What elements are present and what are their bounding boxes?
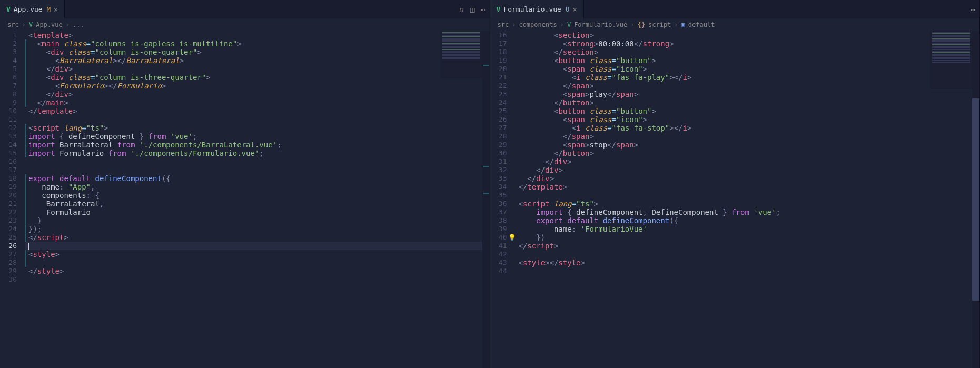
tab-formulario-vue[interactable]: V Formulario.vue U × [490,0,584,18]
code-line[interactable]: }); [25,225,490,233]
code-line[interactable]: </script> [25,233,490,242]
code-line[interactable]: <span class="icon"> [516,65,980,73]
code-editor[interactable]: 1234567891011121314151617181920212223242… [0,31,490,368]
code-line[interactable] [516,191,980,200]
breadcrumb-item[interactable]: ... [73,21,84,28]
vertical-scrollbar[interactable] [972,31,979,368]
vue-icon: V [29,21,33,28]
compare-changes-icon[interactable]: ⇆ [459,5,463,14]
code-line[interactable]: </div> [25,65,490,73]
breadcrumb[interactable]: src › V App.vue › ... [0,18,490,31]
code-line[interactable]: </div> [516,166,980,174]
code-line[interactable]: </span> [516,82,980,90]
code-line[interactable]: <Formulario></Formulario> [25,82,490,90]
breadcrumb-item[interactable]: App.vue [36,21,63,28]
code-line[interactable]: import Formulario from './components/For… [25,149,490,157]
code-line[interactable]: <script lang="ts"> [516,200,980,208]
code-line[interactable] [25,157,490,166]
code-editor[interactable]: 1617181920212223242526272829303132333435… [490,31,980,368]
symbol-brackets-icon: {} [638,21,645,28]
tab-bar: V App.vue M × ⇆ ◫ ⋯ [0,0,490,18]
code-line[interactable]: <i class="fas fa-stop"></i> [516,124,980,132]
code-line[interactable]: <div class="column is-three-quarter"> [25,73,490,82]
minimap[interactable] [930,31,972,89]
split-editor-icon[interactable]: ◫ [470,5,474,14]
code-line[interactable]: name: "App", [25,183,490,191]
git-status-modified: M [47,6,51,13]
code-line[interactable]: <span>play</span> [516,90,980,98]
code-line[interactable]: Formulario [25,208,490,216]
code-line[interactable]: </template> [25,107,490,115]
code-line[interactable]: </script> [516,242,980,250]
code-line[interactable]: <main class="columns is-gapless is-multi… [25,39,490,48]
code-area[interactable]: <template> <main class="columns is-gaple… [25,31,490,368]
code-line[interactable] [25,242,490,250]
breadcrumb-item[interactable]: src [498,21,509,28]
line-number-gutter: 1234567891011121314151617181920212223242… [0,31,25,368]
code-line[interactable]: </div> [25,90,490,98]
chevron-right-icon: › [560,21,564,28]
minimap[interactable] [440,31,482,78]
line-number-gutter: 1617181920212223242526272829303132333435… [490,31,516,368]
code-line[interactable]: </button> [516,149,980,157]
code-line[interactable]: </style> [25,267,490,275]
code-line[interactable]: <template> [25,31,490,39]
vue-icon: V [497,5,501,13]
vertical-scrollbar[interactable] [482,31,490,368]
code-line[interactable]: import BarraLateral from './components/B… [25,141,490,149]
breadcrumb-item[interactable]: Formulario.vue [574,21,627,28]
tab-bar: V Formulario.vue U × ⋯ [490,0,980,18]
code-line[interactable]: <BarraLateral></BarraLateral> [25,56,490,65]
breadcrumb-item[interactable]: script [648,21,671,28]
breadcrumb-item[interactable]: default [688,21,715,28]
code-line[interactable]: <span class="icon"> [516,115,980,124]
chevron-right-icon: › [630,21,634,28]
code-line[interactable]: <span>stop</span> [516,141,980,149]
code-line[interactable]: <style></style> [516,258,980,267]
close-icon[interactable]: × [572,5,577,14]
code-line[interactable] [25,115,490,124]
code-line[interactable]: import { defineComponent, DefineComponen… [516,208,980,216]
code-line[interactable]: <strong>00:00:00</strong> [516,39,980,48]
code-line[interactable]: <style> [25,250,490,258]
vue-icon: V [6,5,11,13]
more-actions-icon[interactable]: ⋯ [971,5,975,14]
code-line[interactable]: </span> [516,132,980,141]
code-line[interactable]: <script lang="ts"> [25,124,490,132]
code-line[interactable]: <button class="button"> [516,56,980,65]
code-line[interactable] [516,250,980,258]
code-line[interactable]: BarraLateral, [25,200,490,208]
code-line[interactable]: </div> [516,157,980,166]
close-icon[interactable]: × [54,5,58,14]
code-line[interactable]: </section> [516,48,980,56]
code-line[interactable] [516,267,980,275]
code-line[interactable]: </main> [25,98,490,107]
breadcrumb[interactable]: src › components › V Formulario.vue › {}… [490,18,980,31]
code-line[interactable] [25,258,490,267]
code-line[interactable] [25,275,490,284]
code-area[interactable]: <section> <strong>00:00:00</strong> </se… [516,31,980,368]
code-line[interactable]: import { defineComponent } from 'vue'; [25,132,490,141]
tab-title: Formulario.vue [503,5,561,13]
breadcrumb-item[interactable]: components [519,21,557,28]
code-line[interactable]: <button class="button"> [516,107,980,115]
code-line[interactable]: <section> [516,31,980,39]
code-line[interactable]: export default defineComponent({ [25,174,490,183]
breadcrumb-item[interactable]: src [7,21,19,28]
code-line[interactable]: <i class="fas fa-play"></i> [516,73,980,82]
lightbulb-icon[interactable]: 💡 [508,233,516,242]
editor-pane-left: V App.vue M × ⇆ ◫ ⋯ src › V App.vue › ..… [0,0,490,368]
code-line[interactable]: </template> [516,183,980,191]
code-line[interactable]: } [25,216,490,225]
code-line[interactable]: </button> [516,98,980,107]
code-line[interactable]: <div class="column is-one-quarter"> [25,48,490,56]
vue-icon: V [567,21,571,28]
code-line[interactable]: </div> [516,174,980,183]
code-line[interactable] [25,166,490,174]
tab-app-vue[interactable]: V App.vue M × [0,0,65,18]
code-line[interactable]: export default defineComponent({ [516,216,980,225]
code-line[interactable]: name: 'FormularioVue' [516,225,980,233]
more-actions-icon[interactable]: ⋯ [481,5,485,14]
code-line[interactable]: 💡 }) [516,233,980,242]
code-line[interactable]: components: { [25,191,490,200]
